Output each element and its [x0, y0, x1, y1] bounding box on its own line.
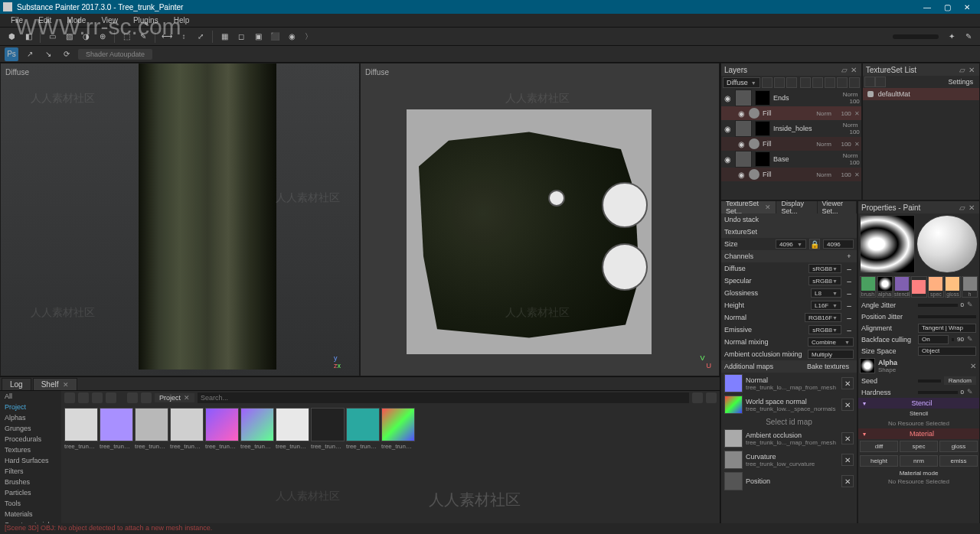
shelf-size-icon[interactable] — [106, 392, 116, 403]
sync-icon[interactable]: ⟳ — [60, 47, 74, 61]
map-remove-icon[interactable]: ✕ — [841, 399, 854, 411]
select-id-map-row[interactable]: Select id map — [721, 415, 857, 428]
channel-format-dropdown[interactable]: L8▼ — [811, 288, 841, 298]
layers-delete-icon[interactable] — [849, 77, 860, 88]
shelf-item-3[interactable]: tree_trunk_l... — [170, 408, 204, 450]
shelf-item-2[interactable]: tree_trunk_l... — [135, 408, 168, 450]
brush-mode-brush[interactable]: brush — [860, 276, 876, 298]
properties-close-icon[interactable]: ✕ — [967, 203, 976, 212]
tsl-item-defaultmat[interactable]: defaultMat — [863, 88, 979, 100]
layer-row-3[interactable]: ◉ Fill Norm 100 ✕ — [721, 137, 861, 151]
viewport-2d[interactable]: Diffuse VU — [360, 63, 720, 376]
channel-remove-icon[interactable]: – — [844, 325, 854, 334]
map-thumb[interactable] — [724, 374, 743, 392]
tool-fill-icon[interactable]: ▨ — [62, 30, 76, 44]
channel-remove-icon[interactable]: – — [844, 288, 854, 298]
fill-visibility-icon[interactable]: ◉ — [737, 109, 746, 118]
layer-row-1[interactable]: ◉ Fill Norm 100 ✕ — [721, 106, 861, 120]
tool-symm-x-icon[interactable]: ⟷ — [160, 30, 174, 44]
layer-visibility-icon[interactable]: ◉ — [723, 155, 732, 164]
close-button[interactable]: ✕ — [957, 0, 977, 14]
fill-remove-icon[interactable]: ✕ — [854, 110, 860, 117]
shelf-cat-tools[interactable]: Tools — [0, 498, 61, 509]
fill-remove-icon[interactable]: ✕ — [854, 171, 860, 178]
tab-shelf[interactable]: Shelf✕ — [33, 378, 78, 390]
shelf-cat-filters[interactable]: Filters — [0, 466, 61, 477]
map-thumb[interactable] — [724, 429, 743, 448]
channel-remove-icon[interactable]: – — [844, 301, 854, 310]
angle-jitter-slider[interactable] — [918, 304, 958, 307]
brush-mode-alpha[interactable]: alpha — [877, 276, 893, 298]
layer-thumb[interactable] — [735, 120, 752, 137]
shelf-nav-back-icon[interactable] — [127, 392, 138, 403]
layer-thumb[interactable] — [735, 90, 752, 106]
random-button[interactable]: Random — [944, 376, 976, 385]
tool-symm-z-icon[interactable]: ⤢ — [194, 30, 207, 44]
layer-row-5[interactable]: ◉ Fill Norm 100 ✕ — [721, 168, 861, 181]
sizespace-dropdown[interactable]: Object — [918, 347, 976, 356]
map-remove-icon[interactable]: ✕ — [841, 454, 854, 466]
hardness-slider[interactable] — [918, 391, 958, 394]
viewport-3d[interactable]: Diffuse yzx — [0, 63, 360, 376]
position-jitter-slider[interactable] — [918, 315, 976, 318]
map-remove-icon[interactable]: ✕ — [841, 475, 854, 487]
mat-diff-button[interactable]: diff — [860, 441, 898, 452]
shelf-cat-all[interactable]: All — [0, 391, 61, 402]
layers-effect-icon[interactable] — [786, 77, 797, 88]
shelf-cat-brushes[interactable]: Brushes — [0, 477, 61, 487]
menu-plugins[interactable]: Plugins — [127, 15, 165, 26]
toolbar-slider[interactable] — [893, 34, 939, 39]
layer-row-0[interactable]: ◉ Ends Norm100 — [721, 90, 861, 106]
shelf-project-tab[interactable]: Project✕ — [155, 393, 194, 402]
tool-camera-icon[interactable]: ▣ — [251, 30, 265, 44]
seed-slider[interactable] — [918, 379, 941, 383]
mat-nrm-button[interactable]: nrm — [900, 455, 938, 467]
shelf-cat-textures[interactable]: Textures — [0, 444, 61, 455]
shader-autoupdate-button[interactable]: Shader Autoupdate — [78, 49, 152, 60]
angle-jitter-edit-icon[interactable]: ✎ — [967, 301, 976, 310]
tsl-visibility-icon[interactable] — [867, 91, 874, 97]
backface-angle-slider[interactable] — [952, 338, 954, 341]
brush-mode-swatch-3[interactable] — [911, 276, 927, 298]
menu-help[interactable]: Help — [168, 15, 196, 26]
tool-picker-icon[interactable]: ✎ — [136, 30, 150, 44]
mat-emiss-button[interactable]: emiss — [939, 455, 978, 467]
tsl-all-icon[interactable] — [875, 77, 886, 87]
tsl-undock-icon[interactable]: ▱ — [958, 65, 967, 74]
layers-undock-icon[interactable]: ▱ — [840, 65, 849, 74]
tool-box-icon[interactable]: ◻ — [234, 30, 248, 44]
layers-addfill-icon[interactable] — [800, 77, 811, 88]
map-thumb[interactable] — [724, 472, 743, 490]
shelf-filter-icon[interactable] — [64, 392, 75, 403]
ts-size-dropdown[interactable]: 4096▼ — [776, 239, 806, 249]
layer-visibility-icon[interactable]: ◉ — [723, 93, 732, 103]
channel-format-dropdown[interactable]: RGB16F▼ — [805, 313, 841, 322]
brush-mode-gloss[interactable]: gloss — [945, 276, 961, 298]
ts-size2-dropdown[interactable]: 4096 — [823, 239, 854, 249]
shelf-item-9[interactable]: tree_trunk_l... — [381, 408, 415, 450]
layers-addpaint-icon[interactable] — [812, 77, 823, 88]
shelf-item-7[interactable]: tree_trunk_l... — [311, 408, 345, 450]
ts-channels-add-icon[interactable]: + — [844, 252, 854, 261]
ts-tab-close-icon[interactable]: ✕ — [765, 204, 771, 211]
alpha-thumb[interactable] — [860, 358, 875, 373]
shelf-cat-procedurals[interactable]: Procedurals — [0, 434, 61, 444]
tool-projection-icon[interactable]: ▭ — [45, 30, 59, 44]
menu-edit[interactable]: Edit — [32, 15, 57, 26]
shelf-item-8[interactable]: tree_trunk_l... — [346, 408, 380, 450]
shelf-item-0[interactable]: tree_trunk_l... — [64, 408, 98, 450]
tool-misc-icon[interactable]: 〉 — [302, 30, 315, 44]
brush-mode-spec[interactable]: spec — [928, 276, 944, 298]
shelf-item-4[interactable]: tree_trunk_l... — [205, 408, 239, 450]
shelf-list-icon[interactable] — [706, 392, 717, 403]
tool-view-icon[interactable]: ▦ — [217, 30, 231, 44]
shelf-item-5[interactable]: tree_trunk_l... — [240, 408, 274, 450]
tsl-solo-icon[interactable] — [864, 77, 875, 87]
layers-close-icon[interactable]: ✕ — [849, 65, 858, 74]
shelf-item-6[interactable]: tree_trunk_l... — [276, 408, 309, 450]
properties-undock-icon[interactable]: ▱ — [958, 203, 967, 212]
tab-log[interactable]: Log — [2, 378, 31, 390]
tool-clone-icon[interactable]: ⊕ — [96, 30, 109, 44]
tsl-settings-button[interactable]: Settings — [943, 77, 978, 86]
shelf-cat-materials[interactable]: Materials — [0, 509, 61, 519]
